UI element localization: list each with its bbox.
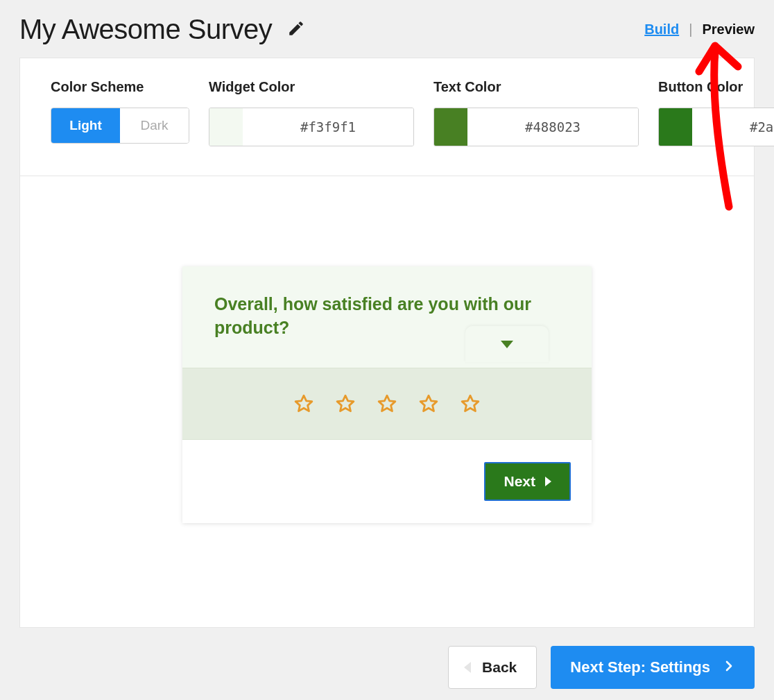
star-5[interactable] bbox=[460, 393, 481, 414]
widget-color-label: Widget Color bbox=[209, 79, 414, 95]
widget-color-input[interactable] bbox=[243, 108, 413, 146]
next-step-button[interactable]: Next Step: Settings bbox=[551, 646, 755, 689]
tab-build[interactable]: Build bbox=[644, 22, 679, 37]
survey-widget: Overall, how satisfied are you with our … bbox=[182, 266, 592, 523]
button-color-label: Button Color bbox=[658, 79, 774, 95]
survey-title: My Awesome Survey bbox=[19, 14, 272, 45]
widget-color-swatch[interactable] bbox=[209, 108, 243, 146]
next-step-label: Next Step: Settings bbox=[570, 658, 710, 676]
scheme-dark-button[interactable]: Dark bbox=[120, 108, 189, 143]
button-color-input[interactable] bbox=[692, 108, 774, 146]
back-label: Back bbox=[482, 659, 517, 676]
footer-nav: Back Next Step: Settings bbox=[19, 646, 755, 689]
tab-preview[interactable]: Preview bbox=[702, 22, 755, 37]
star-rating-row bbox=[182, 368, 592, 440]
star-4[interactable] bbox=[418, 393, 439, 414]
button-color-swatch[interactable] bbox=[659, 108, 692, 146]
widget-next-label: Next bbox=[504, 473, 535, 490]
preview-area: Overall, how satisfied are you with our … bbox=[20, 266, 754, 627]
widget-next-button[interactable]: Next bbox=[484, 462, 571, 501]
caret-down-icon bbox=[501, 341, 513, 348]
chevron-right-icon bbox=[545, 477, 551, 486]
header: My Awesome Survey Build | Preview bbox=[19, 14, 755, 45]
scheme-light-button[interactable]: Light bbox=[51, 108, 120, 143]
star-2[interactable] bbox=[335, 393, 356, 414]
text-color-label: Text Color bbox=[433, 79, 639, 95]
editor-panel: Color Scheme Light Dark Widget Color Tex… bbox=[19, 58, 755, 628]
chevron-right-icon bbox=[723, 658, 735, 676]
chevron-left-icon bbox=[464, 662, 471, 673]
edit-title-icon[interactable] bbox=[287, 19, 305, 40]
color-scheme-toggle: Light Dark bbox=[51, 108, 189, 144]
back-button[interactable]: Back bbox=[448, 646, 537, 689]
star-1[interactable] bbox=[293, 393, 314, 414]
text-color-swatch[interactable] bbox=[434, 108, 467, 146]
star-3[interactable] bbox=[377, 393, 397, 414]
color-scheme-label: Color Scheme bbox=[51, 79, 189, 95]
widget-collapse-toggle[interactable] bbox=[465, 326, 549, 362]
text-color-input[interactable] bbox=[467, 108, 638, 146]
style-config-row: Color Scheme Light Dark Widget Color Tex… bbox=[20, 58, 754, 176]
tab-separator: | bbox=[689, 22, 692, 37]
